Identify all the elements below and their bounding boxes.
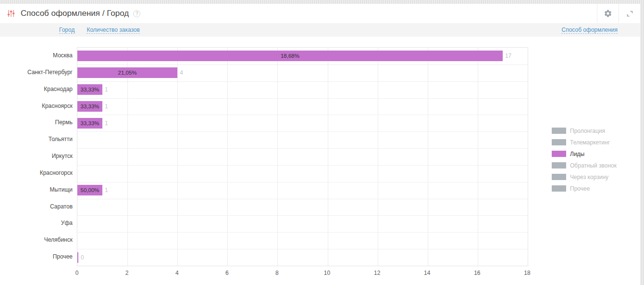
x-axis-labels: 024681012141618 [77,270,528,277]
legend-item-Пролонгация[interactable]: Пролонгация [552,128,617,134]
bar-value-label: 1 [105,84,108,95]
grid-line-vertical [378,48,378,266]
bar-Мытищи[interactable]: 50,00%1 [77,185,102,195]
bar-percent-label: 33,33% [77,118,102,129]
grid-line-horizontal [77,215,528,216]
bar-value-label: 1 [105,185,108,195]
bar-value-label: 0 [81,252,84,263]
legend-label: Через корзину [570,174,608,181]
bar-Красноярск[interactable]: 33,33%1 [77,101,102,112]
chart-legend: ПролонгацияТелемаркетингЛидыОбратный зво… [552,128,617,197]
legend-label: Лиды [570,151,584,157]
grid-line-vertical [177,48,178,266]
bar-value-label: 4 [180,67,183,78]
category-label: Уфа [0,215,73,232]
legend-swatch-icon [552,185,566,192]
legend-item-Прочее[interactable]: Прочее [552,185,617,192]
legend-label: Пролонгация [570,128,605,134]
category-label: Красноярск [0,98,73,115]
bar-chart-plot: 18,68%1721,05%433,33%133,33%133,33%150,0… [77,47,528,266]
x-tick-label: 8 [275,270,279,276]
grid-line-vertical [328,48,328,266]
settings-button[interactable] [597,4,619,23]
bar-Краснодар[interactable]: 33,33%1 [77,84,102,95]
category-label: Красногорск [0,165,73,181]
bar-percent-label: 33,33% [77,84,102,95]
grid-line-horizontal [77,199,528,199]
category-label: Саратов [0,198,73,215]
grid-line-horizontal [77,65,528,65]
legend-swatch-icon [552,162,566,168]
page-background: { "header": { "title": "Способ оформлени… [0,0,644,285]
legend-swatch-icon [552,128,566,134]
page-title: Способ оформления / Город [21,9,129,18]
bar-percent-label: 18,68% [77,51,503,61]
category-label: Прочее [0,248,73,265]
x-tick-label: 14 [424,270,430,276]
grid-line-horizontal [77,232,528,233]
bar-value-label: 1 [105,118,108,129]
filter-sliders-icon [7,9,15,18]
axis-link-order-method[interactable]: Способ оформления [561,26,618,34]
x-tick-label: 16 [474,270,480,276]
widget-header: Способ оформления / Город ? [0,4,640,23]
legend-swatch-icon [552,139,566,145]
bar-percent-label: 21,05% [77,67,177,78]
grid-line-horizontal [77,98,528,99]
x-tick-label: 6 [225,270,229,276]
bar-percent-label: 50,00% [77,185,102,195]
category-label: Иркутск [0,148,73,165]
bar-Москва[interactable]: 18,68%17 [77,51,503,61]
bar-value-label: 1 [105,101,108,112]
category-label: Краснодар [0,81,73,98]
category-label: Пермь [0,114,73,131]
grid-line-horizontal [77,148,528,149]
grid-line-horizontal [77,182,528,182]
y-axis-labels: МоскваСанкт-ПетербургКраснодарКрасноярск… [0,47,73,266]
grid-line-vertical [127,48,128,266]
header-buttons [597,4,640,23]
legend-item-Телемаркетинг[interactable]: Телемаркетинг [552,139,617,145]
category-label: Мытищи [0,181,73,198]
x-tick-label: 4 [175,270,179,276]
legend-swatch-icon [552,174,566,180]
bar-value-label: 17 [505,51,511,61]
grid-line-vertical [277,48,278,266]
legend-item-Через корзину[interactable]: Через корзину [552,174,617,180]
grid-line-horizontal [77,165,528,166]
bar-Санкт-Петербург[interactable]: 21,05%4 [77,67,177,78]
grid-line-vertical [227,48,228,266]
category-label: Санкт-Петербург [0,64,73,81]
toolbar-left-links: Город Количество заказов [59,26,140,34]
toolbar-right-links: Способ оформления [561,26,618,33]
grid-line-vertical [428,48,428,266]
legend-item-Обратный звонок[interactable]: Обратный звонок [552,162,617,168]
x-tick-label: 10 [324,270,330,276]
grid-line-horizontal [77,131,528,132]
x-tick-label: 2 [125,270,129,276]
expand-icon [626,10,633,17]
legend-label: Телемаркетинг [570,139,610,146]
help-circle-icon[interactable]: ? [133,10,140,17]
expand-button[interactable] [619,4,640,23]
bar-Прочее[interactable]: 0 [77,252,78,263]
bar-percent-label: 33,33% [77,101,102,112]
axis-link-city[interactable]: Город [59,26,74,34]
bar-Пермь[interactable]: 33,33%1 [77,118,102,129]
chart-axis-toolbar: Город Количество заказов Способ оформлен… [0,23,640,37]
axis-link-order-count[interactable]: Количество заказов [87,26,139,34]
grid-line-horizontal [77,115,528,115]
legend-item-Лиды[interactable]: Лиды [552,151,617,157]
grid-line-horizontal [77,81,528,82]
legend-label: Обратный звонок [570,162,617,169]
category-label: Челябинск [0,232,73,248]
legend-swatch-icon [552,151,566,157]
gear-icon [604,9,612,18]
x-tick-label: 18 [524,270,530,276]
report-widget: Способ оформления / Город ? Город Количе… [0,4,640,285]
category-label: Москва [0,47,73,64]
x-tick-label: 12 [374,270,380,276]
grid-line-vertical [478,48,478,266]
legend-label: Прочее [570,185,590,192]
grid-line-horizontal [77,249,528,249]
